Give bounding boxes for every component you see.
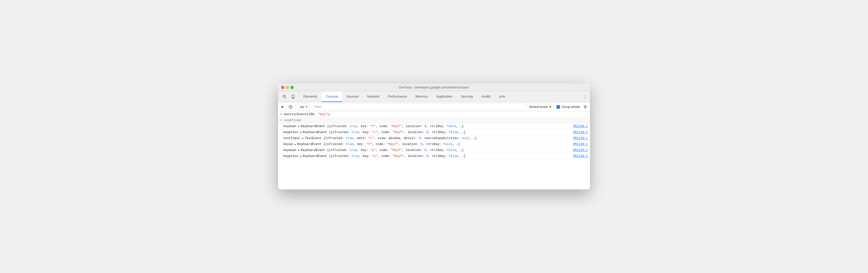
svg-line-7 xyxy=(289,106,291,108)
titlebar: DevTools - developers.google.com/web/sho… xyxy=(278,83,590,91)
close-button[interactable] xyxy=(281,86,284,89)
context-arrow-icon: ▼ xyxy=(305,105,308,108)
separator-1 xyxy=(295,104,296,109)
window-title: DevTools - developers.google.com/web/sho… xyxy=(399,86,469,89)
console-prompt-row: > monitorEvents($0, "key"); xyxy=(278,111,590,117)
svg-point-4 xyxy=(293,98,293,98)
inspect-icon[interactable] xyxy=(281,93,288,100)
tab-application[interactable]: Application xyxy=(432,91,457,102)
execute-button[interactable] xyxy=(279,103,286,110)
console-link[interactable]: VM1240:1 xyxy=(569,131,588,134)
tab-performance[interactable]: Performance xyxy=(383,91,411,102)
clear-button[interactable] xyxy=(287,103,294,110)
context-select[interactable]: top ▼ xyxy=(298,104,310,110)
console-event-row-keyup: keyup ▶ KeyboardEvent {isTrusted: true ,… xyxy=(278,141,590,147)
console-event-row-keydown-2: keydown ▶ KeyboardEvent {isTrusted: true… xyxy=(278,147,590,153)
console-toolbar: top ▼ Default levels ▼ Group similar ⚙ xyxy=(278,102,590,111)
tab-console[interactable]: Console xyxy=(321,91,342,102)
group-similar-label: Group similar xyxy=(562,105,580,109)
levels-label: Default levels xyxy=(529,105,548,109)
tab-sources[interactable]: Sources xyxy=(342,91,363,102)
svg-line-1 xyxy=(285,97,286,98)
minimize-button[interactable] xyxy=(286,86,289,89)
svg-rect-0 xyxy=(283,95,285,97)
console-link[interactable]: VM1240:1 xyxy=(569,137,588,140)
group-similar-checkbox[interactable] xyxy=(556,105,560,109)
tab-network[interactable]: Network xyxy=(363,91,384,102)
console-link[interactable]: VM1240:1 xyxy=(569,155,588,158)
return-text: undefined xyxy=(284,118,301,122)
context-label: top xyxy=(300,105,304,109)
expand-icon[interactable]: ▶ xyxy=(294,143,296,146)
expand-icon[interactable]: ▶ xyxy=(298,125,300,128)
tab-security[interactable]: Security xyxy=(457,91,477,102)
expand-icon[interactable]: ▶ xyxy=(300,155,302,158)
prompt-text: monitorEvents($0, "key"); xyxy=(284,113,331,116)
tab-elements[interactable]: Elements xyxy=(299,91,321,102)
tab-audits[interactable]: Audits xyxy=(477,91,495,102)
devtools-icon-group xyxy=(279,91,299,102)
devtools-tab-bar: Elements Console Sources Network Perform… xyxy=(278,91,590,102)
console-output: > monitorEvents($0, "key"); < undefined … xyxy=(278,111,590,190)
svg-marker-5 xyxy=(282,106,284,108)
console-event-row-textinput: textInput ▶ TextEvent {isTrusted: true ,… xyxy=(278,135,590,141)
expand-icon[interactable]: ▶ xyxy=(298,149,300,152)
return-icon: < xyxy=(280,118,282,122)
levels-select[interactable]: Default levels ▼ xyxy=(527,104,554,110)
prompt-icon: > xyxy=(280,113,282,116)
traffic-lights xyxy=(281,86,294,89)
fullscreen-button[interactable] xyxy=(290,86,294,89)
more-tabs-button[interactable]: ⋮ xyxy=(580,91,590,102)
console-return-row: < undefined xyxy=(278,117,590,124)
console-event-row-keydown-1: keydown ▶ KeyboardEvent {isTrusted: true… xyxy=(278,124,590,130)
console-event-row-keypress-2: keypress ▶ KeyboardEvent {isTrusted: tru… xyxy=(278,153,590,159)
console-event-row-keypress-1: keypress ▶ KeyboardEvent {isTrusted: tru… xyxy=(278,130,590,135)
console-link[interactable]: VM1240:1 xyxy=(569,125,588,128)
console-link[interactable]: VM1240:1 xyxy=(569,142,588,146)
expand-icon[interactable]: ▶ xyxy=(300,131,302,134)
expand-icon[interactable]: ▶ xyxy=(302,137,304,140)
settings-button[interactable]: ⚙ xyxy=(582,103,589,110)
console-link[interactable]: VM1240:1 xyxy=(569,148,588,152)
group-similar-container: Group similar xyxy=(556,105,580,109)
devtools-window: DevTools - developers.google.com/web/sho… xyxy=(278,83,590,190)
mobile-icon[interactable] xyxy=(289,93,297,100)
levels-arrow-icon: ▼ xyxy=(549,105,552,109)
filter-input[interactable] xyxy=(312,104,524,110)
tab-memory[interactable]: Memory xyxy=(411,91,432,102)
tab-axe[interactable]: aXe xyxy=(495,91,509,102)
